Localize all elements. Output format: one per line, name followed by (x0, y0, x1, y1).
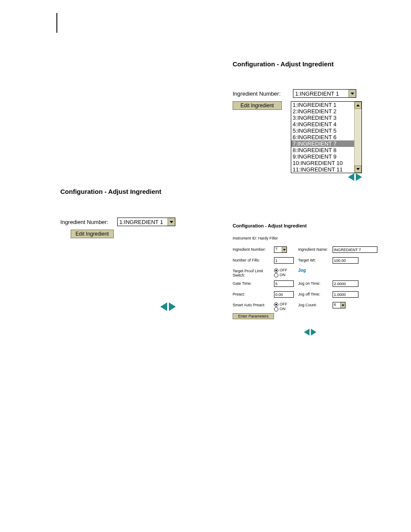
scroll-up-button[interactable] (355, 102, 361, 109)
number-of-fills-input[interactable]: 1 (274, 257, 294, 264)
ingredient-number-dropdown[interactable]: 1:INGREDIENT 1 (293, 89, 356, 98)
ingredient-number-label: Ingredient Number: (233, 90, 293, 97)
panel-adjust-ingredient-collapsed: Configuration - Adjust Ingredient Ingred… (60, 188, 190, 242)
instrument-id-label: Instrument ID: Hardy Filler (233, 236, 388, 240)
jog-count-select[interactable]: 6 (333, 302, 346, 308)
jog-off-time-label: Jog off Time: (298, 291, 330, 296)
target-wt-label: Target Wt: (298, 257, 330, 262)
radio-off[interactable] (274, 268, 278, 273)
list-item[interactable]: 2:INGREDIENT 2 (291, 108, 355, 115)
chevron-down-icon[interactable] (349, 90, 356, 97)
panel-adjust-ingredient-expanded: Configuration - Adjust Ingredient Ingred… (233, 60, 362, 177)
dropdown-selected-text: 1:INGREDIENT 1 (118, 218, 168, 226)
page-title: Configuration - Adjust Ingredient (233, 223, 388, 228)
enter-parameters-button[interactable]: Enter Parameters (233, 313, 274, 319)
ingredient-number-dropdown[interactable]: 1:INGREDIENT 1 (117, 218, 175, 226)
edit-ingredient-button[interactable]: Edit Ingredient (71, 230, 114, 238)
smart-auto-preact-label: Smart Auto Preact: (233, 302, 271, 307)
svg-marker-2 (160, 302, 167, 311)
ingredient-name-input[interactable]: INGREDIENT 7 (333, 246, 377, 253)
jog-on-time-label: Jog on Time: (298, 280, 330, 286)
page-title: Configuration - Adjust Ingredient (60, 188, 190, 195)
radio-on[interactable] (274, 307, 278, 311)
ingredient-listbox[interactable]: 1:INGREDIENT 12:INGREDIENT 23:INGREDIENT… (291, 101, 362, 173)
jog-section-header: Jog (298, 268, 330, 273)
list-item[interactable]: 11:INGREDIENT 11 (291, 166, 355, 173)
nav-prev-icon[interactable] (303, 328, 310, 336)
nav-prev-icon[interactable] (159, 302, 168, 312)
gate-time-label: Gate Time: (233, 280, 271, 286)
target-proof-limit-switch-radio[interactable]: OFF ON (274, 268, 296, 277)
list-item[interactable]: 4:INGREDIENT 4 (291, 121, 355, 128)
nav-next-icon[interactable] (355, 172, 363, 182)
svg-marker-0 (348, 173, 354, 181)
gate-time-input[interactable]: 5 (274, 280, 294, 287)
page-title: Configuration - Adjust Ingredient (233, 60, 362, 68)
scroll-down-button[interactable] (355, 165, 361, 173)
radio-on[interactable] (274, 273, 278, 277)
nav-arrows (347, 172, 363, 182)
nav-prev-icon[interactable] (347, 172, 355, 182)
jog-off-time-input[interactable]: 1.0000 (333, 291, 358, 298)
chevron-down-icon[interactable] (282, 247, 286, 252)
scrollbar[interactable] (354, 102, 361, 173)
chevron-down-icon[interactable] (168, 218, 175, 226)
nav-next-icon[interactable] (310, 328, 317, 336)
svg-marker-4 (304, 329, 310, 336)
edit-ingredient-button[interactable]: Edit Ingredient (233, 101, 282, 110)
jog-on-time-input[interactable]: 2.0000 (333, 280, 358, 287)
list-item[interactable]: 10:INGREDIENT 10 (291, 160, 355, 166)
nav-next-icon[interactable] (168, 302, 177, 312)
list-item[interactable]: 3:INGREDIENT 3 (291, 115, 355, 121)
smart-auto-preact-radio[interactable]: OFF ON (274, 302, 296, 311)
list-item[interactable]: 5:INGREDIENT 5 (291, 128, 355, 134)
number-of-fills-label: Number of Fills: (233, 257, 271, 262)
radio-off[interactable] (274, 302, 278, 307)
list-item[interactable]: 8:INGREDIENT 8 (291, 147, 355, 153)
svg-marker-1 (356, 173, 362, 181)
dropdown-selected-text: 1:INGREDIENT 1 (293, 90, 349, 97)
target-proof-limit-switch-label: Target Proof Limit Switch: (233, 268, 271, 277)
svg-marker-5 (311, 329, 317, 336)
panel-adjust-ingredient-detail: Configuration - Adjust Ingredient Instru… (233, 223, 388, 336)
list-item[interactable]: 1:INGREDIENT 1 (291, 102, 355, 108)
ingredient-number-label: Ingredient Number: (60, 219, 117, 225)
jog-count-label: Jog Count: (298, 302, 330, 307)
ingredient-number-label: Ingredient Number: (233, 246, 271, 252)
chevron-down-icon[interactable] (340, 302, 345, 308)
nav-arrows (233, 328, 388, 336)
text-caret (56, 13, 57, 33)
svg-marker-3 (169, 302, 176, 311)
ingredient-name-label: Ingredient Name: (298, 246, 330, 252)
preact-input[interactable]: 0.00 (274, 291, 294, 298)
preact-label: Preact: (233, 291, 271, 296)
nav-arrows (159, 302, 177, 312)
list-item[interactable]: 6:INGREDIENT 6 (291, 134, 355, 140)
list-item[interactable]: 9:INGREDIENT 9 (291, 153, 355, 160)
list-item[interactable]: 7:INGREDIENT 7 (291, 140, 355, 147)
target-wt-input[interactable]: 100.00 (333, 257, 358, 264)
ingredient-number-select[interactable]: 7 (274, 246, 287, 253)
